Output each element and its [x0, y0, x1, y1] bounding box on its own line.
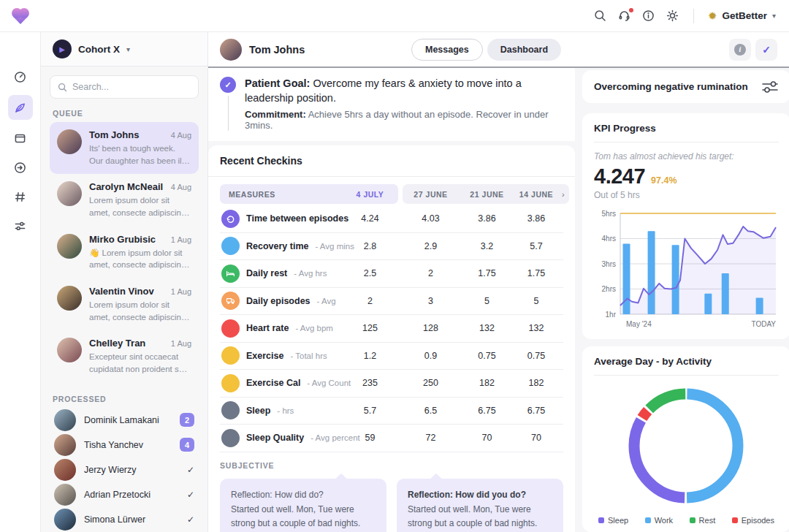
measure-name: Exercise — [246, 351, 283, 361]
measure-value: 59 — [342, 433, 398, 443]
cohort-name: Cohort X — [78, 44, 120, 55]
measure-value: 2.9 — [403, 241, 459, 251]
legend-item-rest: Rest — [690, 516, 716, 525]
measure-value: 1.75 — [515, 268, 557, 278]
queue-item[interactable]: Carolyn McNeail4 AugLorem ipsum dolor si… — [50, 174, 199, 226]
queue-item[interactable]: Chelley Tran1 AugExcepteur sint occaecat… — [50, 330, 199, 382]
rail-item-settings[interactable] — [8, 215, 33, 237]
complete-button[interactable]: ✓ — [755, 39, 777, 61]
processed-item[interactable]: Adrian Przetocki✓ — [50, 482, 199, 507]
measure-row[interactable]: Daily rest - Avg hrs2.521.751.75 — [220, 260, 563, 288]
legend-label: Sleep — [608, 516, 628, 525]
tab-messages[interactable]: Messages — [411, 39, 483, 61]
recent-checkins-card: Recent Checkins MEASURES 4 JULY 27 JUNE … — [208, 145, 575, 532]
patient-name: Tom Johns — [89, 129, 139, 140]
measure-name: Daily rest — [246, 268, 287, 278]
queue-item-body: Mirko Grubisic1 Aug👋 Lorem ipsum dolor s… — [89, 234, 191, 271]
measure-value: 235 — [342, 378, 398, 388]
sidebar-search[interactable] — [50, 75, 199, 99]
check-icon: ✓ — [187, 514, 194, 525]
measure-value: 0.75 — [459, 351, 515, 361]
dot-measure-icon — [221, 319, 240, 338]
chevron-right-icon[interactable]: › — [557, 190, 569, 199]
measure-row[interactable]: Sleep - hrs5.76.56.756.75 — [220, 398, 563, 425]
support-icon[interactable] — [618, 10, 631, 23]
col-measures: MEASURES — [220, 190, 342, 199]
patient-goal-banner: ✓ Patient Goal: Overcome my fears & anxi… — [208, 68, 575, 141]
measure-label: Heart rate - Avg bpm — [220, 319, 342, 338]
svg-text:May '24: May '24 — [626, 320, 652, 328]
measure-value: 1.2 — [342, 351, 398, 361]
header-past-periods: 27 JUNE 21 JUNE 14 JUNE › — [403, 184, 569, 204]
legend-swatch — [732, 517, 738, 523]
avatar — [57, 338, 82, 362]
workspace-switcher[interactable]: ✹ GetBetter ▾ — [708, 10, 776, 21]
checkin-date: 4 Aug — [171, 131, 191, 140]
avatar — [54, 459, 76, 481]
measure-row[interactable]: Recovery time - Avg mins2.82.93.25.7 — [220, 233, 563, 261]
donut-legend: SleepWorkRestEpisodes — [594, 514, 779, 525]
note-title: Reflection: How did do? — [231, 488, 376, 502]
queue-item[interactable]: Mirko Grubisic1 Aug👋 Lorem ipsum dolor s… — [50, 227, 199, 278]
col-date-1: 4 JULY — [342, 190, 398, 199]
topbar-divider — [693, 9, 694, 23]
note-paragraph: Started out well. Mon, Tue were strong b… — [231, 503, 376, 532]
measure-value: 72 — [403, 433, 459, 443]
app-window: ✹ GetBetter ▾ — [0, 0, 789, 532]
measure-row[interactable]: Exercise - Total hrs1.20.90.750.75 — [220, 343, 563, 370]
measure-row[interactable]: Sleep Quality - Avg percent59727070 — [220, 425, 563, 452]
queue-item-body: Tom Johns4 AugIts' been a tough week. Ou… — [89, 129, 191, 167]
sidebar-scroll-area[interactable]: QUEUE Tom Johns4 AugIts' been a tough we… — [41, 66, 207, 532]
measure-value: 182 — [515, 378, 557, 388]
sliders-icon[interactable] — [761, 79, 779, 95]
measure-label: Recovery time - Avg mins — [220, 237, 342, 255]
queue-item[interactable]: Tom Johns4 AugIts' been a tough week. Ou… — [50, 122, 199, 174]
measure-value: 3 — [403, 296, 459, 306]
rail-item-sessions[interactable] — [8, 156, 33, 178]
measure-unit: - Total hrs — [290, 352, 327, 360]
measure-row[interactable]: Heart rate - Avg bpm125128132132 — [220, 315, 563, 343]
message-preview: 👋 Lorem ipsum dolor sit amet, consecte a… — [89, 247, 191, 271]
measure-label: Daily rest - Avg hrs — [220, 265, 342, 283]
info-button[interactable]: i — [729, 39, 751, 61]
queue-item-top: Chelley Tran1 Aug — [89, 338, 191, 349]
processed-item[interactable]: Tisha Yanchev4 — [50, 433, 199, 457]
processed-item[interactable]: Jerzy Wierzy✓ — [50, 457, 199, 482]
kpi-title: KPI Progress — [594, 123, 779, 142]
processed-item[interactable]: Simona Lürwer✓ — [50, 507, 199, 532]
measure-value: 1.75 — [459, 268, 515, 278]
measures-table-header: MEASURES 4 JULY 27 JUNE 21 JUNE 14 JUNE … — [220, 184, 563, 204]
processed-item[interactable]: Dominik Lamakani2 — [50, 408, 199, 433]
app-logo[interactable] — [0, 10, 41, 22]
patient-header: Tom Johns Messages Dashboard i ✓ — [208, 32, 789, 66]
rail-item-checkins[interactable] — [8, 95, 33, 120]
patient-name: Jerzy Wierzy — [84, 465, 179, 475]
measure-value: 70 — [515, 433, 557, 443]
search-input[interactable] — [72, 82, 191, 92]
measure-label: Sleep Quality - Avg percent — [220, 429, 342, 447]
queue-item[interactable]: Valentin Vinov1 AugLorem ipsum dolor sit… — [50, 278, 199, 330]
search-icon[interactable] — [594, 10, 607, 23]
patient-avatar — [220, 39, 242, 61]
patient-name: Adrian Przetocki — [84, 490, 179, 500]
rail-item-cards[interactable] — [8, 127, 33, 149]
tab-dashboard[interactable]: Dashboard — [487, 39, 561, 61]
queue-item-body: Chelley Tran1 AugExcepteur sint occaecat… — [89, 338, 191, 375]
measure-row[interactable]: Exercise Cal - Avg Count235250182182 — [220, 370, 563, 398]
rail-item-tags[interactable] — [8, 186, 33, 208]
dot-measure-icon — [221, 346, 240, 365]
avatar — [54, 409, 76, 431]
commitment-text: Commitment: Achieve 5hrs a day without a… — [245, 109, 563, 131]
checkin-date: 1 Aug — [171, 235, 191, 244]
subjective-note: Reflection: How did do?Started out well.… — [220, 479, 386, 532]
cohort-selector[interactable]: ▶ Cohort X ▾ — [41, 32, 207, 66]
measure-row[interactable]: Time between episodes4.244.033.863.86 — [220, 205, 563, 233]
theme-icon[interactable] — [666, 10, 679, 23]
info-icon[interactable] — [642, 10, 655, 23]
measure-row[interactable]: Daily episodes - Avg2355 — [220, 288, 563, 316]
activity-title: Average Day - by Activity — [594, 356, 779, 376]
focus-title: Overcoming negative rumination — [594, 81, 748, 92]
checkin-date: 1 Aug — [171, 339, 191, 348]
svg-text:1hr: 1hr — [606, 311, 617, 319]
rail-item-activity[interactable] — [8, 66, 33, 88]
